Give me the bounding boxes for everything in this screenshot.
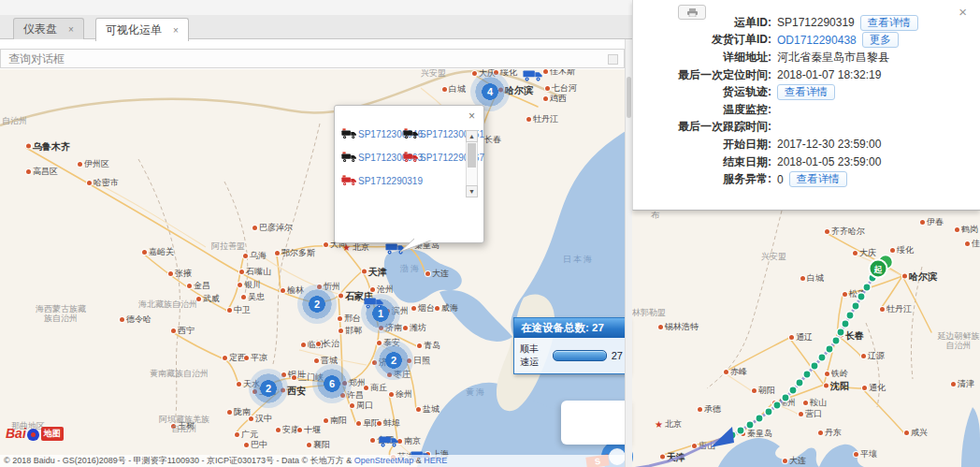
detail-value: 河北省秦皇岛市昌黎县	[777, 50, 889, 66]
city-label: 白城	[442, 85, 466, 95]
truck-marker[interactable]	[523, 69, 543, 82]
city-label: 长治	[316, 340, 339, 349]
sea-label: 日本海	[563, 255, 594, 265]
close-tab-icon[interactable]: ×	[173, 25, 179, 36]
city-label: 武威	[196, 295, 220, 304]
popup-close-icon[interactable]: ×	[468, 109, 475, 123]
detail-row: 开始日期:2017-12-30 23:59:00	[641, 136, 973, 153]
route-point[interactable]	[782, 394, 789, 401]
city-label: 张掖	[168, 270, 192, 279]
city-label: 嘉峪关	[142, 248, 174, 257]
baidu-paw-icon	[27, 429, 39, 441]
vertical-scrollbar[interactable]	[625, 39, 632, 467]
route-point[interactable]	[796, 379, 803, 387]
city-label: 南阳	[324, 416, 347, 426]
truck-marker[interactable]	[364, 295, 384, 310]
region-label: 自治州	[2, 117, 27, 126]
city-label: 十堰	[297, 426, 321, 435]
detail-action-button[interactable]: 更多	[862, 32, 899, 48]
region-label: 海西蒙古族藏族自治州	[34, 305, 88, 324]
detail-row: 货运轨迹:查看详情	[641, 83, 973, 101]
cluster-marker[interactable]: 2	[249, 369, 288, 408]
route-point[interactable]	[756, 415, 763, 422]
route-point[interactable]	[863, 284, 871, 291]
city-label: 高昌区	[26, 168, 58, 177]
scrollbar-thumb[interactable]	[627, 77, 631, 118]
waybill-detail-panel: × 运单ID:SP1712290319查看详情发货订单ID:OD17122904…	[632, 0, 980, 211]
scroll-down-icon[interactable]: ▼	[466, 185, 478, 197]
detail-label: 开始日期:	[641, 137, 771, 153]
region-label: 黄南藏族自治州	[150, 370, 209, 379]
region-label: 海北藏族自治州	[138, 300, 197, 310]
popup-truck-item[interactable]: SP1712300051	[403, 128, 465, 139]
popup-scrollbar[interactable]: ▲ ▼	[466, 130, 478, 197]
city-label: 威海	[435, 304, 458, 314]
scroll-track[interactable]	[466, 142, 478, 185]
detail-value: SP1712290319	[777, 16, 855, 29]
truck-icon	[341, 152, 357, 163]
city-label: 盐城	[416, 405, 440, 415]
route-point[interactable]	[811, 362, 818, 370]
city-label: 金昌	[187, 282, 210, 291]
cluster-marker[interactable]: 2	[374, 341, 413, 380]
truck-marker[interactable]	[379, 433, 399, 448]
close-tab-icon[interactable]: ×	[68, 24, 74, 35]
truck-icon	[341, 128, 357, 139]
scroll-up-icon[interactable]: ▲	[466, 130, 478, 142]
route-point[interactable]	[773, 401, 781, 409]
city-label: 德令哈	[120, 315, 151, 325]
detail-label: 服务异常:	[641, 171, 771, 187]
detail-row: 详细地址:河北省秦皇岛市昌黎县	[641, 49, 973, 66]
scroll-thumb[interactable]	[468, 143, 476, 168]
carrier-progress-bar	[553, 350, 607, 361]
route-point[interactable]	[765, 408, 772, 416]
tab-dashboard-label: 仪表盘	[23, 22, 57, 37]
detail-action-button[interactable]: 查看详情	[777, 84, 835, 100]
popup-truck-item[interactable]: SP1712300046	[341, 128, 403, 139]
tab-dashboard[interactable]: 仪表盘 ×	[13, 18, 84, 39]
waybill-id-link[interactable]: SP1712290319	[358, 176, 423, 186]
city-label: 平凉	[244, 354, 267, 363]
route-point[interactable]	[832, 337, 840, 344]
left-map[interactable]: 乌鲁木齐伊州区高昌区哈密市自治州嘉峪关张掖金昌武威阿拉善盟巴彦淖尔乌海石嘴山银川…	[0, 69, 632, 467]
region-label: 阿拉善盟	[211, 242, 245, 252]
detail-value-link[interactable]: OD1712290438	[777, 34, 857, 47]
detail-action-button[interactable]: 查看详情	[789, 171, 847, 187]
detail-action-button[interactable]: 查看详情	[860, 15, 918, 31]
route-point[interactable]	[818, 354, 826, 361]
city-label: 石嘴山	[239, 268, 271, 277]
route-point[interactable]	[846, 312, 854, 319]
osm-link[interactable]: OpenStreetMap	[354, 456, 414, 465]
popup-truck-item[interactable]: SP1712290319	[341, 175, 403, 186]
route-point[interactable]	[737, 427, 744, 434]
top-strip	[0, 0, 632, 15]
device-count-title: 在途设备总数: 27	[514, 318, 628, 338]
cluster-marker[interactable]: 2	[297, 285, 337, 324]
city-label: 邯郸	[339, 327, 362, 336]
detail-label: 发货订单ID:	[641, 32, 771, 48]
baidu-map-badge: 地图	[41, 427, 64, 441]
cluster-marker[interactable]: 6	[312, 364, 352, 403]
route-point[interactable]	[803, 371, 811, 378]
baidu-logo: Bai 地图	[6, 426, 64, 441]
detail-row: 最后一次定位时间:2018-01-07 18:32:19	[641, 66, 973, 84]
popup-truck-item[interactable]: SP1712300063	[341, 152, 403, 163]
query-dialog-label: 查询对话框	[8, 52, 65, 66]
detail-row: 运单ID:SP1712290319查看详情	[641, 14, 973, 32]
tab-visual-waybill[interactable]: 可视化运单 ×	[95, 18, 189, 41]
route-point[interactable]	[858, 293, 865, 300]
region-label: 阿坝藏族羌族自治州	[157, 416, 211, 434]
collapse-query-icon[interactable]	[608, 54, 618, 65]
route-position-arrow-icon[interactable]	[711, 427, 734, 447]
route-point[interactable]	[852, 302, 859, 310]
route-point[interactable]	[789, 387, 797, 394]
query-dialog-bar[interactable]: 查询对话框	[0, 49, 625, 68]
here-link[interactable]: HERE	[424, 456, 447, 465]
route-point[interactable]	[746, 421, 754, 429]
route-point[interactable]	[842, 320, 849, 328]
popup-truck-item[interactable]: SP1712290267	[403, 152, 465, 163]
route-map[interactable]: 布齐齐哈尔伊春鹤岗佳木斯大庆绥化哈尔滨兴安盟白城松原牡丹江林郭勒盟锡林浩特通辽长…	[632, 211, 980, 467]
route-point[interactable]	[837, 328, 844, 336]
route-point[interactable]	[826, 345, 833, 353]
truck-icon	[403, 152, 419, 163]
